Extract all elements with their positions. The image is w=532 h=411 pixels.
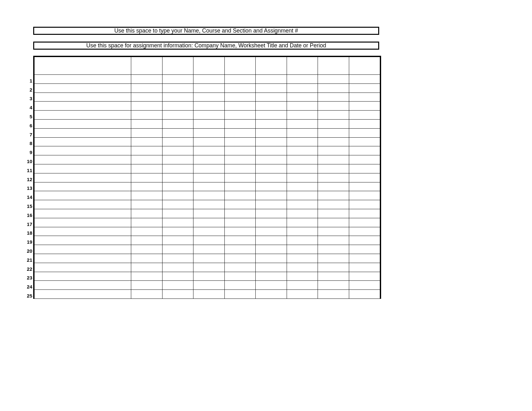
table-cell[interactable]	[318, 93, 349, 102]
header-cell[interactable]	[131, 57, 163, 75]
table-cell[interactable]	[287, 182, 318, 191]
table-cell[interactable]	[256, 209, 287, 218]
table-cell[interactable]	[256, 155, 287, 164]
table-cell[interactable]	[256, 182, 287, 191]
table-cell[interactable]	[256, 272, 287, 281]
header-cell[interactable]	[162, 57, 193, 75]
table-cell[interactable]	[349, 164, 380, 173]
table-cell[interactable]	[131, 254, 163, 263]
table-cell[interactable]	[162, 272, 193, 281]
table-cell[interactable]	[34, 245, 131, 254]
table-cell[interactable]	[162, 191, 193, 200]
table-cell[interactable]	[131, 83, 163, 93]
table-cell[interactable]	[349, 128, 380, 137]
table-cell[interactable]	[34, 119, 131, 128]
table-cell[interactable]	[34, 155, 131, 164]
table-cell[interactable]	[349, 93, 380, 102]
table-cell[interactable]	[287, 200, 318, 209]
table-cell[interactable]	[34, 182, 131, 191]
table-cell[interactable]	[287, 128, 318, 137]
table-cell[interactable]	[256, 102, 287, 111]
table-cell[interactable]	[318, 254, 349, 263]
table-cell[interactable]	[193, 209, 225, 218]
table-cell[interactable]	[287, 155, 318, 164]
table-cell[interactable]	[193, 146, 225, 155]
table-cell[interactable]	[193, 137, 225, 146]
table-cell[interactable]	[224, 281, 256, 290]
table-cell[interactable]	[34, 218, 131, 227]
table-cell[interactable]	[162, 173, 193, 182]
table-cell[interactable]	[193, 200, 225, 209]
table-cell[interactable]	[318, 119, 349, 128]
table-cell[interactable]	[193, 245, 225, 254]
table-cell[interactable]	[287, 290, 318, 299]
table-cell[interactable]	[193, 164, 225, 173]
table-cell[interactable]	[193, 281, 225, 290]
table-cell[interactable]	[162, 102, 193, 111]
table-cell[interactable]	[287, 146, 318, 155]
table-cell[interactable]	[349, 254, 380, 263]
table-cell[interactable]	[287, 254, 318, 263]
table-cell[interactable]	[224, 254, 256, 263]
table-cell[interactable]	[224, 191, 256, 200]
table-cell[interactable]	[256, 146, 287, 155]
table-cell[interactable]	[256, 137, 287, 146]
table-cell[interactable]	[349, 272, 380, 281]
table-cell[interactable]	[224, 209, 256, 218]
table-cell[interactable]	[224, 111, 256, 120]
table-cell[interactable]	[193, 272, 225, 281]
table-cell[interactable]	[193, 83, 225, 93]
table-cell[interactable]	[318, 245, 349, 254]
table-cell[interactable]	[256, 111, 287, 120]
table-cell[interactable]	[224, 119, 256, 128]
name-course-section-banner[interactable]: Use this space to type your Name, Course…	[33, 27, 379, 35]
table-cell[interactable]	[287, 272, 318, 281]
table-cell[interactable]	[224, 128, 256, 137]
table-cell[interactable]	[318, 236, 349, 245]
table-cell[interactable]	[287, 102, 318, 111]
table-cell[interactable]	[287, 263, 318, 272]
table-cell[interactable]	[318, 128, 349, 137]
table-cell[interactable]	[224, 272, 256, 281]
table-cell[interactable]	[318, 164, 349, 173]
table-cell[interactable]	[193, 218, 225, 227]
table-cell[interactable]	[318, 290, 349, 299]
table-cell[interactable]	[256, 245, 287, 254]
table-cell[interactable]	[349, 281, 380, 290]
table-cell[interactable]	[34, 75, 131, 84]
table-cell[interactable]	[318, 191, 349, 200]
table-cell[interactable]	[287, 93, 318, 102]
table-cell[interactable]	[193, 191, 225, 200]
table-cell[interactable]	[162, 227, 193, 236]
table-cell[interactable]	[349, 245, 380, 254]
table-cell[interactable]	[193, 128, 225, 137]
table-cell[interactable]	[34, 191, 131, 200]
table-cell[interactable]	[193, 93, 225, 102]
table-cell[interactable]	[287, 137, 318, 146]
table-cell[interactable]	[162, 290, 193, 299]
table-cell[interactable]	[162, 93, 193, 102]
table-cell[interactable]	[224, 102, 256, 111]
table-cell[interactable]	[131, 182, 163, 191]
table-cell[interactable]	[131, 164, 163, 173]
table-cell[interactable]	[193, 155, 225, 164]
table-cell[interactable]	[256, 290, 287, 299]
table-cell[interactable]	[131, 245, 163, 254]
table-cell[interactable]	[131, 218, 163, 227]
table-cell[interactable]	[224, 155, 256, 164]
table-cell[interactable]	[162, 164, 193, 173]
table-cell[interactable]	[131, 137, 163, 146]
table-cell[interactable]	[318, 173, 349, 182]
table-cell[interactable]	[131, 209, 163, 218]
table-cell[interactable]	[193, 119, 225, 128]
table-cell[interactable]	[318, 111, 349, 120]
table-cell[interactable]	[34, 146, 131, 155]
table-cell[interactable]	[349, 182, 380, 191]
table-cell[interactable]	[256, 200, 287, 209]
table-cell[interactable]	[34, 200, 131, 209]
table-cell[interactable]	[34, 164, 131, 173]
table-cell[interactable]	[34, 263, 131, 272]
table-cell[interactable]	[162, 209, 193, 218]
table-cell[interactable]	[349, 75, 380, 84]
table-cell[interactable]	[193, 173, 225, 182]
